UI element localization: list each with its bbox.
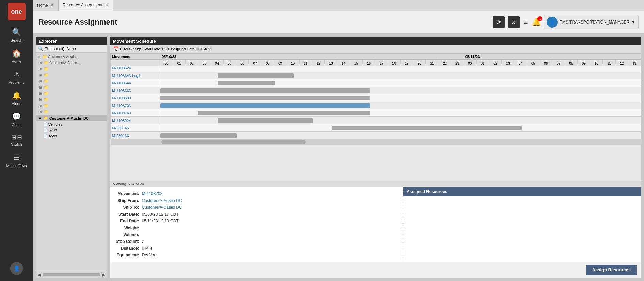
assign-resources-button[interactable]: Assign Resources (586, 265, 637, 275)
tree-item[interactable]: ⊞ 📁 CustomerA-Austin... (36, 60, 107, 66)
table-row[interactable]: M-1108644 (111, 79, 641, 87)
section-folder-icon: 📁 (43, 116, 48, 120)
schedule-filters: 📅 Filters (edit): [Start Date: 05/10/23]… (110, 45, 641, 53)
sidebar-item-label: Menus/Favs (6, 163, 27, 168)
sidebar: one 🔍 Search 🏠 Home ⚠ Problems 🔔 Alerts … (0, 0, 33, 281)
sidebar-item-label: Problems (9, 80, 24, 84)
movement-id[interactable]: M-1108643-Leg1 (111, 72, 160, 79)
filter-calendar-icon[interactable]: 📅 (113, 46, 119, 52)
table-row[interactable]: M-1108683 (111, 94, 641, 102)
movement-id[interactable]: M-230166 (111, 132, 160, 139)
tree-item-tools[interactable]: 📄 Tools (36, 133, 107, 139)
hour-d2-12: 12 (615, 61, 628, 66)
user-dropdown[interactable]: 👤 TMS.TRANSPORTATION_MANAGER ▼ (544, 15, 639, 29)
detail-right: Assigned Resources (403, 187, 641, 262)
expand-icon: ⊞ (39, 104, 43, 108)
sidebar-user-avatar[interactable]: 👤 (1, 259, 32, 278)
section-expand-icon[interactable]: ▼ (38, 116, 42, 120)
hour-d2-08: 08 (565, 61, 577, 66)
movement-id[interactable]: M-1108924 (111, 117, 160, 124)
sidebar-item-menus[interactable]: ☰ Menus/Favs (1, 151, 32, 170)
table-row[interactable]: M-1108924 (111, 117, 641, 124)
tree-item[interactable]: ⊞ 📁 (36, 84, 107, 90)
movement-id[interactable]: M-1108644 (111, 79, 160, 87)
ship-to-link[interactable]: CustomerA-Dallas DC (142, 205, 182, 210)
gantt-container[interactable]: Movement 05/10/23 05/11/23 00 01 02 03 0… (110, 53, 641, 181)
expand-icon: ⊞ (39, 61, 43, 65)
table-row[interactable]: M-1108663 (111, 87, 641, 94)
sidebar-item-chats[interactable]: 💬 Chats (1, 110, 32, 129)
explorer-header: Explorer (36, 37, 107, 45)
user-name: TMS.TRANSPORTATION_MANAGER (560, 20, 629, 25)
hour-18: 18 (388, 61, 400, 66)
tree-item[interactable]: ⊞ 📁 (36, 90, 107, 96)
scroll-bar-cell[interactable] (160, 139, 641, 145)
movement-link[interactable]: M-1108703 (142, 191, 163, 196)
gantt-bar-cell (160, 79, 641, 87)
sidebar-item-home[interactable]: 🏠 Home (1, 46, 32, 66)
hour-00: 00 (160, 61, 173, 66)
ship-from-link[interactable]: CustomerA-Austin DC (142, 198, 182, 203)
sidebar-item-alerts[interactable]: 🔔 Alerts (1, 89, 32, 108)
tree-item[interactable]: ⊞ 📁 (36, 66, 107, 72)
expand-icon: ⊞ (39, 85, 43, 89)
sidebar-item-search[interactable]: 🔍 Search (1, 25, 32, 45)
table-row[interactable]: M-1108743 (111, 109, 641, 117)
movement-id[interactable]: M-1108683 (111, 94, 160, 102)
horizontal-scrollbar[interactable] (161, 140, 306, 144)
hour-06: 06 (236, 61, 248, 66)
hour-08: 08 (261, 61, 274, 66)
gantt-bar-cell (160, 109, 641, 117)
movement-id[interactable]: M-230145 (111, 124, 160, 132)
tab-home[interactable]: Home ✕ (33, 0, 59, 11)
movement-id[interactable]: M-1108703 (111, 102, 160, 109)
tree-item-skills[interactable]: 📄 Skills (36, 127, 107, 133)
hour-20: 20 (413, 61, 426, 66)
table-row[interactable]: M-230145 (111, 124, 641, 132)
tab-resource-assignment[interactable]: Resource Assignment ✕ (59, 0, 113, 11)
close-button[interactable]: ✕ (508, 16, 520, 28)
scroll-left-button[interactable]: ◀ (37, 272, 41, 277)
hour-d2-06: 06 (540, 61, 552, 66)
hour-d2-05: 05 (527, 61, 540, 66)
hour-d2-07: 07 (552, 61, 565, 66)
tab-home-close[interactable]: ✕ (50, 3, 54, 8)
explorer-filters: 🔍 Filters (edit): None (36, 45, 107, 53)
table-row[interactable]: M-230166 (111, 132, 641, 139)
hour-19: 19 (400, 61, 413, 66)
movement-id[interactable]: M-1108743 (111, 109, 160, 117)
hour-d2-09: 09 (578, 61, 590, 66)
sidebar-item-problems[interactable]: ⚠ Problems (1, 67, 32, 87)
tab-resource-close[interactable]: ✕ (104, 3, 109, 7)
tree-item[interactable]: ⊞ 📁 (36, 103, 107, 109)
hour-07: 07 (249, 61, 261, 66)
movement-id[interactable]: M-1108663 (111, 87, 160, 94)
tree-item[interactable]: ⊞ 📁 (36, 78, 107, 84)
hour-16: 16 (363, 61, 375, 66)
stop-count-label: Stop Count: (116, 239, 139, 244)
tree-label: Tools (48, 134, 57, 138)
scroll-label-cell (111, 139, 160, 145)
movement-col-header: Movement (111, 54, 160, 60)
stop-count-value: 2 (142, 239, 397, 244)
table-row[interactable]: M-1108643-Leg1 (111, 72, 641, 79)
scroll-right-button[interactable]: ▶ (102, 272, 106, 277)
folder-icon: 📁 (44, 109, 49, 114)
table-row[interactable]: M-1108703 (111, 102, 641, 109)
hour-09: 09 (274, 61, 287, 66)
page-title: Resource Assignment (38, 18, 493, 27)
end-date-value: 05/11/23 12:18 CDT (142, 219, 397, 223)
filter-search-icon: 🔍 (38, 46, 43, 51)
tree-item[interactable]: ⊞ 📁 (36, 72, 107, 78)
hour-14: 14 (337, 61, 350, 66)
menus-icon: ☰ (13, 153, 20, 162)
sidebar-item-switch[interactable]: ⊞ ⊟ Switch (1, 131, 32, 149)
tree-item[interactable]: ⊞ 📁 (36, 96, 107, 103)
refresh-button[interactable]: ⟳ (493, 16, 505, 28)
tree-item[interactable]: ⊞ 📁 (36, 109, 107, 115)
menu-button[interactable]: ≡ (522, 17, 529, 28)
content-area: Explorer 🔍 Filters (edit): None ⊞ 📁 Cust… (33, 34, 644, 281)
tree-item[interactable]: ⊞ 📁 CustomerA-Austin... (36, 53, 107, 60)
tree-item-vehicles[interactable]: 📄 Vehicles (36, 121, 107, 127)
gantt-scrollbar-row (111, 139, 641, 145)
